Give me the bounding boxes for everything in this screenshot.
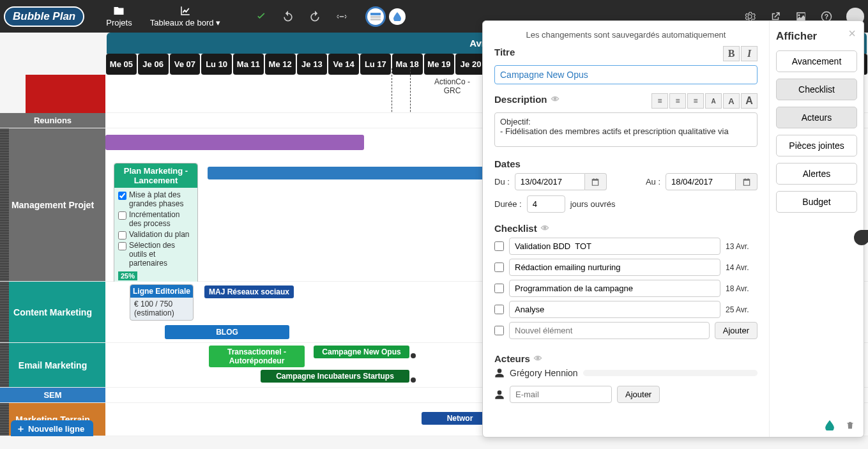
- checklist-checkbox[interactable]: [494, 305, 504, 314]
- date-from-input[interactable]: [515, 173, 585, 190]
- day-cell[interactable]: Ma 18: [392, 54, 423, 75]
- bold-icon[interactable]: B: [723, 46, 740, 61]
- card-item-text: Validation du plan: [129, 230, 190, 239]
- day-cell[interactable]: Je 13: [297, 54, 328, 75]
- actor-name: Grégory Hennion: [510, 368, 578, 378]
- dates-label: Dates: [494, 158, 758, 169]
- checklist-checkbox[interactable]: [494, 263, 504, 272]
- day-cell[interactable]: Je 06: [138, 54, 169, 75]
- eye-off-icon[interactable]: 👁: [541, 224, 549, 233]
- row-reunions[interactable]: Reunions: [0, 113, 105, 128]
- checklist-checkbox[interactable]: [494, 326, 504, 335]
- chat-icon[interactable]: [854, 230, 868, 245]
- actor-email-input[interactable]: [510, 386, 612, 403]
- row-management[interactable]: Management Projet: [0, 128, 105, 281]
- font-medium-icon[interactable]: A: [723, 93, 740, 109]
- italic-icon[interactable]: I: [741, 46, 758, 61]
- align-left-icon[interactable]: ≡: [651, 93, 668, 109]
- row-content[interactable]: Content Marketing: [0, 282, 105, 342]
- checklist-text-input[interactable]: [509, 280, 720, 297]
- checklist-date: 18 Avr.: [726, 284, 758, 293]
- checklist-new-input[interactable]: [509, 322, 710, 339]
- day-cell[interactable]: Me 05: [106, 54, 137, 75]
- description-input[interactable]: [494, 112, 758, 147]
- person-icon: [494, 390, 505, 400]
- day-cell[interactable]: Ve 14: [328, 54, 359, 75]
- checklist-text-input[interactable]: [509, 301, 720, 318]
- row-handle[interactable]: [0, 403, 9, 436]
- checklist-checkbox[interactable]: [494, 284, 504, 293]
- day-cell[interactable]: Ve 07: [170, 54, 201, 75]
- font-large-icon[interactable]: A: [741, 93, 758, 109]
- day-cell[interactable]: Lu 17: [360, 54, 391, 75]
- calendar-icon[interactable]: [736, 173, 758, 190]
- svg-rect-0: [370, 13, 381, 15]
- checklist-text-input[interactable]: [509, 238, 720, 255]
- add-row-button[interactable]: ＋Nouvelle ligne: [11, 420, 93, 436]
- undo-icon[interactable]: [282, 10, 294, 23]
- display-option-button[interactable]: Budget: [776, 191, 857, 213]
- eye-off-icon[interactable]: 👁: [551, 95, 560, 104]
- redo-icon[interactable]: [308, 10, 321, 23]
- task-purple[interactable]: [105, 135, 364, 150]
- duration-input[interactable]: [527, 195, 565, 213]
- card-checkbox[interactable]: [118, 242, 126, 250]
- card-checkbox[interactable]: [118, 231, 126, 240]
- task-blog[interactable]: BLOG: [165, 325, 289, 339]
- view-gantt-icon[interactable]: [367, 8, 384, 25]
- svg-text:?: ?: [825, 12, 828, 20]
- dependency-dot: [411, 353, 416, 358]
- display-option-button[interactable]: Checklist: [776, 79, 857, 100]
- nav-dashboards[interactable]: Tableaux de bord ▾: [150, 5, 220, 27]
- day-cell[interactable]: Lu 10: [201, 54, 232, 75]
- day-cell[interactable]: Je 20: [455, 54, 486, 75]
- nav-projects-label: Projets: [106, 18, 132, 27]
- actor-add-button[interactable]: Ajouter: [617, 386, 660, 403]
- align-right-icon[interactable]: ≡: [687, 93, 704, 109]
- checklist-text-input[interactable]: [509, 259, 720, 276]
- dependency-dot: [411, 377, 416, 383]
- date-to-input[interactable]: [666, 173, 736, 190]
- row-email[interactable]: Email Marketing: [0, 343, 105, 387]
- trash-icon[interactable]: [846, 420, 855, 430]
- row-handle[interactable]: [0, 282, 9, 342]
- milestone-actionco[interactable]: ActionCo - GRC: [427, 77, 478, 95]
- checklist-date: 25 Avr.: [726, 305, 758, 314]
- view-drop-icon[interactable]: [389, 8, 406, 25]
- checklist-date: 14 Avr.: [726, 263, 758, 272]
- card-plan-marketing[interactable]: Plan Marketing - Lancement Mise à plat d…: [114, 163, 198, 285]
- title-input[interactable]: [494, 65, 758, 84]
- date-to-label: Au :: [646, 177, 660, 186]
- checklist-checkbox[interactable]: [494, 241, 504, 251]
- display-option-button[interactable]: Acteurs: [776, 107, 857, 128]
- day-cell[interactable]: Ma 11: [233, 54, 264, 75]
- font-small-icon[interactable]: A: [705, 93, 722, 109]
- nav-projects[interactable]: Projets: [106, 5, 132, 27]
- task-campagne-opus[interactable]: Campagne New Opus: [314, 346, 409, 358]
- calendar-icon[interactable]: [585, 173, 607, 190]
- day-cell[interactable]: Me 19: [424, 54, 455, 75]
- display-option-button[interactable]: Alertes: [776, 163, 857, 185]
- row-handle[interactable]: [0, 128, 9, 281]
- card-checkbox[interactable]: [118, 192, 126, 200]
- display-label: Afficher: [776, 30, 857, 43]
- eye-off-icon[interactable]: 👁: [534, 354, 542, 363]
- task-incubateurs[interactable]: Campagne Incubateurs Startups: [261, 370, 409, 383]
- card-ligne-editoriale[interactable]: Ligne Editoriale € 100 / 750 (estimation…: [130, 284, 194, 321]
- card-checkbox[interactable]: [118, 211, 126, 220]
- actor-load-bar: [583, 370, 758, 376]
- row-sem[interactable]: SEM: [0, 388, 105, 402]
- align-center-icon[interactable]: ≡: [669, 93, 686, 109]
- logo: Bubble Plan: [4, 6, 84, 27]
- fit-width-icon[interactable]: [335, 10, 348, 23]
- task-red-block[interactable]: [26, 75, 105, 113]
- checklist-add-button[interactable]: Ajouter: [715, 322, 758, 339]
- display-option-button[interactable]: Pièces jointes: [776, 135, 857, 156]
- row-handle[interactable]: [0, 343, 9, 387]
- day-cell[interactable]: Me 12: [265, 54, 296, 75]
- task-transactionnel[interactable]: Transactionnel - Autorépondeur: [209, 346, 305, 367]
- drop-icon[interactable]: [825, 420, 834, 430]
- check-icon[interactable]: [255, 10, 268, 23]
- display-option-button[interactable]: Avancement: [776, 50, 857, 72]
- task-maj-reseaux[interactable]: MAJ Réseaux sociaux: [204, 285, 294, 298]
